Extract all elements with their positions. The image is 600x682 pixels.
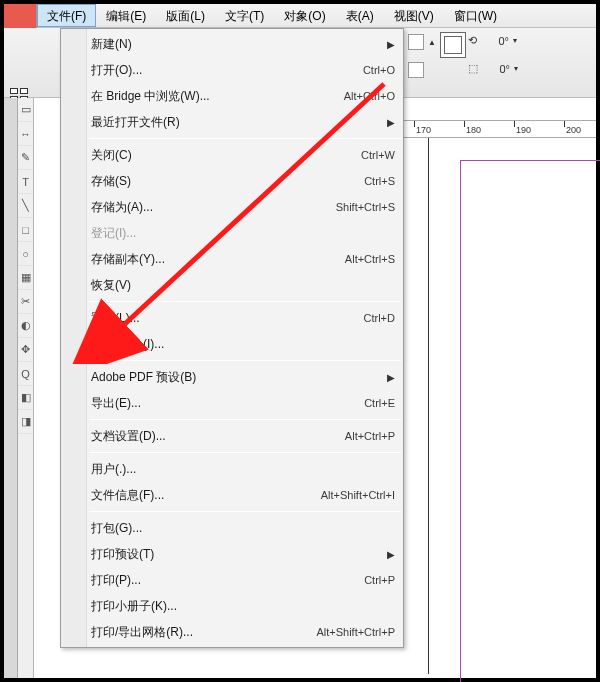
menu-item[interactable]: 对象(O) [274, 4, 335, 27]
tool-button[interactable]: ✂ [18, 290, 33, 314]
menu-item[interactable]: 用户(.)... [61, 456, 403, 482]
ruler-label: 190 [516, 125, 531, 135]
tool-button[interactable]: ╲ [18, 194, 33, 218]
submenu-arrow-icon: ▶ [387, 549, 395, 560]
chevron-down-icon: ▾ [513, 36, 517, 45]
ruler-guide [428, 138, 429, 674]
menu-item[interactable]: 导出(E)...Ctrl+E [61, 390, 403, 416]
ruler-label: 200 [566, 125, 581, 135]
menu-separator [89, 511, 401, 512]
menu-item-label: 用户(.)... [91, 461, 395, 478]
menu-shortcut: Ctrl+W [361, 149, 395, 161]
menu-item[interactable]: 文档设置(D)...Alt+Ctrl+P [61, 423, 403, 449]
menu-bar: 文件(F)编辑(E)版面(L)文字(T)对象(O)表(A)视图(V)窗口(W) [37, 4, 596, 28]
menu-item[interactable]: 打开(O)...Ctrl+O [61, 57, 403, 83]
menu-item-label: 恢复(V) [91, 277, 395, 294]
menu-item[interactable]: 导入 XML(I)... [61, 331, 403, 357]
rotate-icon: ⟲ [468, 34, 477, 47]
tool-button[interactable]: Q [18, 362, 33, 386]
menu-shortcut: Ctrl+P [364, 574, 395, 586]
tool-button[interactable]: ✎ [18, 146, 33, 170]
page-boundary [460, 160, 600, 682]
menu-shortcut: Alt+Ctrl+P [345, 430, 395, 442]
menu-item[interactable]: 打印预设(T)▶ [61, 541, 403, 567]
rotation-stepper-2[interactable]: 0° ▾ [484, 63, 518, 75]
menu-item-label: 打印小册子(K)... [91, 598, 395, 615]
tool-button[interactable]: ✥ [18, 338, 33, 362]
menu-item-label: 导出(E)... [91, 395, 364, 412]
menu-item[interactable]: 文件(F) [37, 4, 96, 27]
menu-shortcut: Ctrl+O [363, 64, 395, 76]
menu-item-label: 存储副本(Y)... [91, 251, 345, 268]
chevron-up-icon: ▲ [428, 38, 436, 47]
tool-button[interactable]: ◧ [18, 386, 33, 410]
menu-item-label: Adobe PDF 预设(B) [91, 369, 395, 386]
menu-item[interactable]: 打印(P)...Ctrl+P [61, 567, 403, 593]
tool-button[interactable]: ▦ [18, 266, 33, 290]
menu-item-label: 打开(O)... [91, 62, 363, 79]
menu-item-label: 在 Bridge 中浏览(W)... [91, 88, 344, 105]
menu-separator [89, 301, 401, 302]
menu-shortcut: Alt+Shift+Ctrl+P [316, 626, 395, 638]
swatch-well[interactable] [440, 32, 466, 58]
menu-item[interactable]: 最近打开文件(R)▶ [61, 109, 403, 135]
menu-separator [89, 452, 401, 453]
menu-item[interactable]: 视图(V) [384, 4, 444, 27]
menu-item-label: 打印预设(T) [91, 546, 395, 563]
rotation-stepper-1[interactable]: 0° ▾ [483, 35, 517, 47]
menu-item[interactable]: 恢复(V) [61, 272, 403, 298]
menu-item[interactable]: Adobe PDF 预设(B)▶ [61, 364, 403, 390]
stroke-icon[interactable] [408, 34, 424, 50]
tool-button[interactable]: ◨ [18, 410, 33, 434]
rotation-value-2: 0° [484, 63, 510, 75]
menu-item[interactable]: 窗口(W) [444, 4, 507, 27]
left-dock-rail [4, 98, 18, 678]
tool-button[interactable]: T [18, 170, 33, 194]
tool-button[interactable]: ○ [18, 242, 33, 266]
chevron-down-icon: ▾ [514, 64, 518, 73]
menu-item[interactable]: 文字(T) [215, 4, 274, 27]
menu-shortcut: Alt+Ctrl+O [344, 90, 395, 102]
menu-shortcut: Alt+Shift+Ctrl+I [321, 489, 395, 501]
stroke-weight-stepper[interactable]: ▲ [428, 38, 436, 47]
tool-button[interactable]: ▭ [18, 98, 33, 122]
menu-item-label: 登记(I)... [91, 225, 395, 242]
menu-item-label: 存储(S) [91, 173, 364, 190]
menu-item-label: 打印(P)... [91, 572, 364, 589]
menu-item[interactable]: 存储为(A)...Shift+Ctrl+S [61, 194, 403, 220]
menu-shortcut: Alt+Ctrl+S [345, 253, 395, 265]
menu-item[interactable]: 置入(L)...Ctrl+D [61, 305, 403, 331]
submenu-arrow-icon: ▶ [387, 117, 395, 128]
menu-item[interactable]: 新建(N)▶ [61, 31, 403, 57]
tool-button[interactable]: □ [18, 218, 33, 242]
menu-item[interactable]: 存储副本(Y)...Alt+Ctrl+S [61, 246, 403, 272]
tool-button[interactable]: ◐ [18, 314, 33, 338]
menu-item-label: 新建(N) [91, 36, 395, 53]
menu-item[interactable]: 存储(S)Ctrl+S [61, 168, 403, 194]
menu-item[interactable]: 表(A) [336, 4, 384, 27]
menu-item[interactable]: 版面(L) [156, 4, 215, 27]
submenu-arrow-icon: ▶ [387, 39, 395, 50]
menu-item[interactable]: 打包(G)... [61, 515, 403, 541]
tool-palette: ▭ ↔ ✎ T ╲ □ ○ ▦ ✂ ◐ ✥ Q ◧ ◨ [18, 98, 34, 678]
tool-button[interactable]: ↔ [18, 122, 33, 146]
menu-shortcut: Ctrl+S [364, 175, 395, 187]
rotation-value-1: 0° [483, 35, 509, 47]
menu-shortcut: Ctrl+E [364, 397, 395, 409]
menu-item[interactable]: 打印小册子(K)... [61, 593, 403, 619]
shear-icon: ⬚ [468, 62, 478, 75]
menu-item[interactable]: 在 Bridge 中浏览(W)...Alt+Ctrl+O [61, 83, 403, 109]
ruler-label: 170 [416, 125, 431, 135]
menu-item[interactable]: 关闭(C)Ctrl+W [61, 142, 403, 168]
document-canvas[interactable] [404, 138, 592, 674]
menu-item-label: 关闭(C) [91, 147, 361, 164]
menu-item-label: 文档设置(D)... [91, 428, 345, 445]
fill-icon[interactable] [408, 62, 424, 78]
menu-item[interactable]: 文件信息(F)...Alt+Shift+Ctrl+I [61, 482, 403, 508]
menu-shortcut: Ctrl+D [364, 312, 395, 324]
menu-item-label: 最近打开文件(R) [91, 114, 395, 131]
menu-separator [89, 360, 401, 361]
menu-separator [89, 419, 401, 420]
menu-item[interactable]: 编辑(E) [96, 4, 156, 27]
menu-item[interactable]: 打印/导出网格(R)...Alt+Shift+Ctrl+P [61, 619, 403, 645]
